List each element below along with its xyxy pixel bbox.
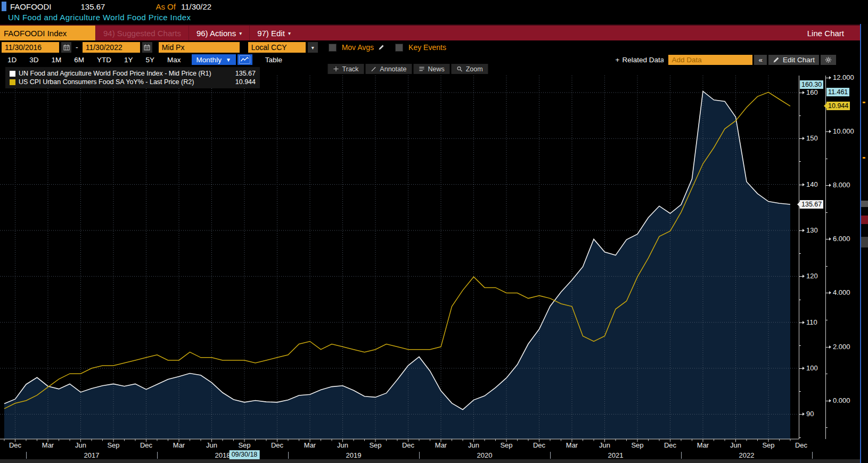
news-icon: [419, 66, 424, 72]
table-button[interactable]: Table: [260, 56, 288, 64]
legend-item-0[interactable]: UN Food and Agriculture World Food Price…: [10, 69, 256, 78]
date-to-input[interactable]: 11/30/2022: [83, 42, 140, 53]
edit-chart-button[interactable]: Edit Chart: [768, 55, 819, 65]
x-axis-labels: DecMarJunSepDecMarJunSepDecMarJunSepDecM…: [0, 440, 799, 450]
axis-tick-label: 150: [806, 134, 818, 143]
x-tick-label: Jun: [730, 441, 741, 449]
legend-item-1[interactable]: US CPI Urban Consumers Food SA YoY% - La…: [10, 78, 256, 86]
period-1y[interactable]: 1Y: [118, 54, 140, 65]
edit-button[interactable]: 97) Edit ▾: [249, 26, 298, 40]
as-of-date: 11/30/22: [181, 2, 211, 11]
chart-tool-track[interactable]: Track: [328, 64, 364, 74]
axis-tick-label: 6.000: [833, 235, 850, 243]
x-tick-label: Jun: [337, 441, 348, 449]
security-tab[interactable]: FAOFOODI Index: [0, 26, 95, 40]
x-tick-label: Jun: [75, 441, 86, 449]
period-5y[interactable]: 5Y: [140, 54, 161, 65]
key-events-label: Key Events: [408, 43, 446, 52]
axis-tick: [825, 159, 828, 159]
add-data-input[interactable]: Add Data: [668, 55, 752, 65]
legend-swatch: [10, 79, 15, 85]
axis-tick: [799, 368, 803, 369]
year-separator: [26, 452, 27, 459]
security-name: UN Food and Agriculture World Food Price…: [0, 13, 868, 24]
axis-tick: [799, 276, 803, 277]
adjacent-window-edge: [860, 24, 868, 463]
period-1d[interactable]: 1D: [1, 54, 23, 65]
actions-button[interactable]: 96) Actions ▾: [189, 26, 249, 40]
toolbar-spacer: [298, 26, 807, 40]
axis-tick: [799, 115, 801, 116]
period-buttons: 1D3D1M6MYTD1Y5YMax: [1, 54, 187, 65]
year-label: 2022: [739, 451, 755, 459]
related-data-button[interactable]: + Related Data: [612, 56, 667, 64]
calendar-icon[interactable]: [142, 42, 152, 53]
x-tick-label: Dec: [9, 441, 21, 449]
x-tick-label: Mar: [566, 441, 578, 449]
plot-area[interactable]: DecMarJunSepDecMarJunSepDecMarJunSepDecM…: [0, 65, 799, 463]
chart-tool-zoom[interactable]: Zoom: [452, 64, 488, 74]
axis-tick-label: 90: [806, 410, 814, 418]
axis-tick: [825, 427, 828, 428]
legend-value: 10.944: [235, 78, 256, 86]
chevron-down-icon: ▾: [239, 30, 242, 36]
price-field-input[interactable]: Mid Px: [159, 42, 240, 53]
settings-gear-button[interactable]: [821, 55, 836, 65]
axis-tick-label: 160: [806, 88, 818, 97]
line-chart-icon-button[interactable]: [238, 54, 252, 65]
as-of-label: As Of: [155, 2, 176, 11]
annotate-icon: [371, 66, 376, 72]
right-axis-2: 0.0002.0004.0006.0008.00010.00012.00011.…: [825, 65, 861, 463]
axis-tick-label: 2.000: [833, 343, 850, 351]
key-events-checkbox[interactable]: [395, 44, 403, 52]
currency-dropdown-button[interactable]: ▾: [308, 42, 318, 53]
chart-tool-annotate[interactable]: Annotate: [365, 64, 412, 74]
period-max[interactable]: Max: [161, 54, 187, 65]
marker-r1-high: 160.30: [800, 80, 823, 89]
marker-r1-last: 135.67: [800, 200, 823, 209]
collapse-button[interactable]: «: [754, 55, 767, 65]
axis-tick-label: 140: [806, 180, 818, 189]
axis-tick: [799, 138, 803, 139]
calendar-icon[interactable]: [61, 42, 71, 53]
period-3d[interactable]: 3D: [23, 54, 45, 65]
chevron-down-icon: ▼: [226, 57, 231, 63]
legend-label: UN Food and Agriculture World Food Price…: [19, 70, 211, 77]
mov-avgs-checkbox[interactable]: [329, 44, 337, 52]
axis-tick: [799, 253, 801, 254]
legend-value: 135.67: [235, 70, 256, 77]
year-separator: [288, 452, 289, 459]
period-6m[interactable]: 6M: [68, 54, 91, 65]
x-tick-label: Jun: [599, 441, 610, 449]
x-tick-label: Sep: [107, 441, 119, 449]
axis-tick: [825, 320, 828, 320]
axis-tick: [825, 347, 829, 348]
axis-tick: [825, 212, 828, 213]
frequency-select[interactable]: Monthly ▼: [192, 54, 236, 65]
x-tick-label: Mar: [435, 441, 447, 449]
period-ytd[interactable]: YTD: [91, 54, 118, 65]
year-separator: [550, 452, 551, 459]
chart-tool-news[interactable]: News: [413, 64, 449, 74]
axis-tick: [799, 391, 801, 392]
axis-tick: [825, 374, 828, 374]
axis-tick: [799, 300, 801, 300]
axis-tick-label: 10.000: [833, 127, 854, 136]
axis-tick: [825, 131, 829, 132]
date-from-input[interactable]: 11/30/2016: [2, 42, 59, 53]
currency-select[interactable]: Local CCY: [248, 42, 306, 53]
period-1m[interactable]: 1M: [45, 54, 68, 65]
x-tick-label: Mar: [697, 441, 709, 449]
x-tick-label: Sep: [238, 441, 250, 449]
chart-panel: TrackAnnotateNewsZoom UN Food and Agricu…: [0, 65, 868, 463]
x-tick-label: Dec: [664, 441, 676, 449]
axis-tick-label: 0.000: [833, 396, 850, 405]
legend: UN Food and Agriculture World Food Price…: [5, 67, 260, 88]
axis-tick: [799, 161, 801, 162]
axis-tick-label: 100: [806, 364, 818, 373]
suggested-charts-button[interactable]: 94) Suggested Charts: [95, 26, 189, 40]
pencil-icon[interactable]: [378, 44, 384, 51]
chevron-down-icon: ▾: [288, 30, 291, 36]
axis-tick: [799, 345, 801, 346]
edge-fragment: [861, 216, 868, 224]
